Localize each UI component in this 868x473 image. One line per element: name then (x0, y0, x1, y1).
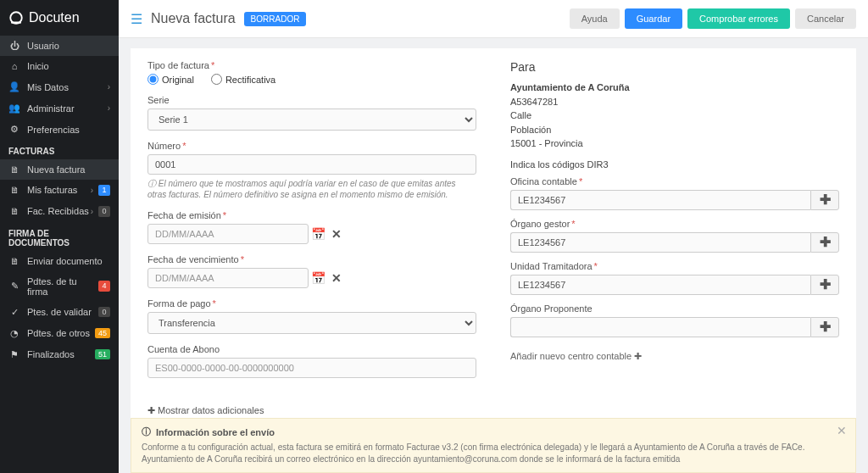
badge: 4 (98, 281, 110, 292)
calendar-icon[interactable]: 📅 (309, 224, 327, 244)
brand-text: Docuten (29, 10, 80, 25)
flag-icon: ⚑ (8, 349, 20, 360)
sidebar-item-fac-recibidas[interactable]: 🗎Fac. Recibidas›0 (0, 201, 119, 222)
sidebar-item-pdtes-firma[interactable]: ✎Pdtes. de tu firma4 (0, 271, 119, 302)
radio-input-rectificativa[interactable] (211, 74, 222, 85)
sidebar: Docuten ⏻Usuario ⌂Inicio 👤Mis Datos› 👥Ad… (0, 0, 119, 473)
info-icon: ⓘ (142, 426, 151, 438)
save-button[interactable]: Guardar (625, 8, 682, 29)
clear-icon[interactable]: ✕ (327, 268, 346, 288)
document-icon: 🗎 (8, 185, 20, 195)
field-label: Fecha de vencimiento* (147, 254, 476, 264)
cancel-button[interactable]: Cancelar (795, 8, 856, 29)
clock-icon: ◔ (8, 328, 20, 339)
field-label: Forma de pago* (147, 298, 476, 309)
show-additional-toggle[interactable]: ✚ Mostrar datos adicionales (147, 405, 839, 416)
radio-original[interactable]: Original (147, 74, 194, 85)
oficina-input[interactable] (510, 190, 810, 210)
brand: Docuten (0, 3, 119, 36)
badge: 1 (98, 185, 110, 196)
label-text: Órgano Proponente (510, 303, 593, 314)
sidebar-item-preferencias[interactable]: ⚙Preferencias (0, 119, 119, 140)
chevron-right-icon: › (91, 186, 93, 195)
required-mark: * (213, 298, 216, 309)
svg-rect-1 (11, 22, 21, 24)
label-text: Tipo de factura (147, 60, 209, 70)
add-centro-link[interactable]: Añadir nuevo centro contable ✚ (510, 351, 642, 362)
nav-label: Nueva factura (27, 164, 110, 175)
organo-input[interactable] (510, 232, 810, 253)
serie-select[interactable]: Serie 1 (147, 109, 476, 131)
calendar-icon[interactable]: 📅 (309, 268, 327, 288)
info-icon: ⓘ (147, 179, 156, 188)
menu-toggle-icon[interactable]: ☰ (131, 11, 142, 27)
badge: 45 (95, 328, 110, 339)
clear-icon[interactable]: ✕ (327, 224, 346, 244)
label-text: Unidad Tramitadora (510, 261, 593, 271)
nav-label: Mis facturas (27, 185, 91, 195)
users-icon: 👥 (8, 103, 20, 114)
sidebar-item-usuario[interactable]: ⏻Usuario (0, 36, 119, 56)
radio-rectificativa[interactable]: Rectificativa (211, 74, 275, 85)
label-text: Cuenta de Abono (147, 344, 220, 354)
nav-heading-facturas: FACTURAS (0, 140, 119, 159)
page-title: Nueva factura (151, 11, 236, 26)
close-icon[interactable]: ✕ (837, 424, 847, 437)
sidebar-item-nueva-factura[interactable]: 🗎Nueva factura (0, 159, 119, 180)
nav-heading-firma: FIRMA DE DOCUMENTOS (0, 222, 119, 251)
radio-input-original[interactable] (147, 74, 159, 85)
help-button[interactable]: Ayuda (570, 8, 620, 29)
add-icon[interactable]: ✚ (810, 275, 839, 295)
nav-label: Administrar (27, 103, 108, 114)
info-bar: ✕ ⓘInformación sobre el envío Conforme a… (131, 418, 856, 473)
add-icon[interactable]: ✚ (810, 317, 839, 337)
field-pago: Forma de pago* Transferencia (147, 298, 476, 334)
numero-input[interactable] (147, 154, 476, 175)
abono-input[interactable] (147, 358, 476, 378)
nav-label: Fac. Recibidas (27, 206, 91, 216)
sidebar-item-ptes-validar[interactable]: ✓Ptes. de validar0 (0, 302, 119, 323)
status-tag: BORRADOR (244, 12, 307, 26)
field-label: Número* (147, 141, 476, 151)
field-abono: Cuenta de Abono (147, 344, 476, 378)
nav-label: Pdtes. de tu firma (27, 276, 98, 297)
nav-label: Mis Datos (27, 82, 108, 92)
field-serie: Serie Serie 1 (147, 95, 476, 131)
required-mark: * (223, 210, 226, 220)
nav-label: Enviar documento (27, 256, 110, 266)
required-mark: * (594, 261, 598, 271)
dir3-heading: Indica los códigos DIR3 (510, 159, 839, 170)
brand-icon (8, 10, 24, 25)
required-mark: * (182, 141, 186, 151)
vencimiento-input[interactable] (147, 268, 309, 288)
sidebar-item-administrar[interactable]: 👥Administrar› (0, 97, 119, 119)
sidebar-item-mis-datos[interactable]: 👤Mis Datos› (0, 76, 119, 97)
emision-input[interactable] (147, 224, 309, 244)
check-icon: ✓ (8, 307, 20, 318)
label-text: Forma de pago (147, 298, 211, 309)
proponente-input[interactable] (510, 317, 810, 337)
check-errors-button[interactable]: Comprobar errores (687, 8, 790, 29)
field-organo: Órgano gestor* ✚ (510, 219, 839, 253)
required-mark: * (571, 219, 575, 229)
unidad-input[interactable] (510, 275, 810, 295)
add-icon[interactable]: ✚ (810, 232, 839, 253)
sidebar-item-finalizados[interactable]: ⚑Finalizados51 (0, 344, 119, 365)
sidebar-item-inicio[interactable]: ⌂Inicio (0, 56, 119, 76)
pago-select[interactable]: Transferencia (147, 312, 476, 334)
sidebar-item-pdtes-otros[interactable]: ◔Pdtes. de otros45 (0, 323, 119, 344)
para-city: Población (510, 123, 839, 137)
sidebar-item-enviar-documento[interactable]: 🗎Enviar documento (0, 251, 119, 271)
main: ☰ Nueva factura BORRADOR Ayuda Guardar C… (119, 0, 868, 473)
field-label: Oficina contable* (510, 176, 839, 186)
document-icon: 🗎 (8, 256, 20, 266)
badge: 51 (95, 349, 110, 360)
add-icon[interactable]: ✚ (810, 190, 839, 210)
nav-label: Usuario (27, 41, 110, 51)
field-numero: Número* ⓘ El número que te mostramos aqu… (147, 141, 476, 200)
nav-label: Inicio (27, 61, 110, 71)
sidebar-item-mis-facturas[interactable]: 🗎Mis facturas›1 (0, 180, 119, 201)
para-street: Calle (510, 109, 839, 123)
hint-text: El número que te mostramos aquí podría v… (147, 179, 456, 199)
topbar: ☰ Nueva factura BORRADOR Ayuda Guardar C… (119, 0, 868, 38)
